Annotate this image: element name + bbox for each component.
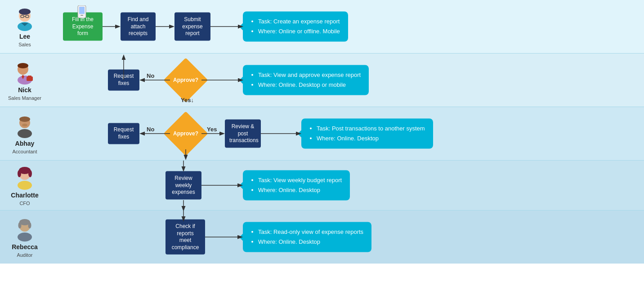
lee-role: Sales bbox=[18, 42, 31, 47]
swimlane-rebecca: Rebecca Auditor Check if reports meet co… bbox=[0, 210, 644, 264]
rebecca-callout: Task: Read-only view of expense reports … bbox=[243, 222, 371, 252]
rebecca-where: Where: Online. Desktop bbox=[258, 237, 363, 246]
abhay-name: Abhay bbox=[15, 140, 35, 147]
abhay-role: Accountant bbox=[12, 149, 37, 154]
svg-point-37 bbox=[18, 233, 32, 242]
svg-point-24 bbox=[22, 124, 27, 126]
lee-attach-box[interactable]: Find and attach receipts bbox=[121, 13, 156, 41]
rebecca-avatar bbox=[12, 216, 37, 242]
svg-rect-7 bbox=[79, 7, 85, 14]
charlotte-flow: Review weekly expenses Task: View weekly… bbox=[49, 161, 644, 210]
abhay-task: Task: Post transactions to another syste… bbox=[317, 124, 425, 133]
lee-callout: Task: Create an expense report Where: On… bbox=[243, 12, 348, 42]
actor-rebecca: Rebecca Auditor bbox=[0, 213, 49, 261]
svg-rect-13 bbox=[27, 76, 33, 81]
svg-rect-8 bbox=[80, 15, 83, 16]
abhay-request-box[interactable]: Request fixes bbox=[108, 123, 139, 144]
nick-yes-label: Yes↓ bbox=[181, 97, 194, 103]
rebecca-task: Task: Read-only view of expense reports bbox=[258, 228, 363, 237]
swimlane-lee: Lee Sales Fill in the Expense form Find … bbox=[0, 0, 644, 54]
lee-where: Where: Online or offline. Mobile bbox=[258, 27, 340, 36]
svg-point-32 bbox=[18, 170, 21, 177]
charlotte-task: Task: View weekly budget report bbox=[258, 176, 342, 185]
nick-role: Sales Manager bbox=[8, 95, 41, 101]
abhay-decision: Approve? bbox=[170, 118, 201, 149]
nick-avatar bbox=[12, 59, 37, 85]
phone-icon bbox=[76, 5, 87, 20]
actor-abhay: Abhay Accountant bbox=[0, 109, 49, 158]
svg-point-2 bbox=[19, 9, 31, 15]
rebecca-check-box[interactable]: Check if reports meet compliance bbox=[165, 219, 205, 255]
rebecca-flow: Check if reports meet compliance Task: R… bbox=[49, 210, 644, 264]
charlotte-review-box[interactable]: Review weekly expenses bbox=[165, 171, 201, 200]
svg-point-21 bbox=[18, 129, 32, 138]
diagram: Lee Sales Fill in the Expense form Find … bbox=[0, 0, 644, 264]
abhay-flow: Request fixes No Approve? Yes Review & p… bbox=[49, 107, 644, 160]
abhay-avatar bbox=[12, 113, 37, 138]
nick-task: Task: View and approve expense report bbox=[258, 71, 361, 80]
charlotte-callout: Task: View weekly budget report Where: O… bbox=[243, 170, 350, 201]
svg-rect-14 bbox=[28, 76, 31, 77]
nick-callout: Task: View and approve expense report Wh… bbox=[243, 65, 369, 95]
nick-no-label: No bbox=[147, 72, 154, 79]
lee-task: Task: Create an expense report bbox=[258, 17, 340, 26]
actor-lee: Lee Sales bbox=[0, 2, 49, 51]
abhay-callout: Task: Post transactions to another syste… bbox=[301, 119, 433, 149]
nick-request-box[interactable]: Request fixes bbox=[108, 69, 139, 90]
abhay-yes-label: Yes bbox=[207, 126, 217, 133]
charlotte-name: Charlotte bbox=[11, 192, 38, 199]
abhay-where: Where: Online. Desktop bbox=[317, 134, 425, 143]
swimlane-nick: Nick Sales Manager Request fixes No Appr… bbox=[0, 54, 644, 107]
svg-point-41 bbox=[28, 222, 31, 228]
charlotte-avatar bbox=[12, 165, 37, 190]
nick-decision: Approve? bbox=[170, 64, 201, 96]
charlotte-role: CFO bbox=[19, 201, 30, 206]
svg-point-40 bbox=[18, 222, 22, 228]
actor-charlotte: Charlotte CFO bbox=[0, 161, 49, 210]
svg-point-29 bbox=[18, 181, 32, 190]
lee-avatar bbox=[12, 6, 37, 31]
charlotte-where: Where: Online. Desktop bbox=[258, 185, 342, 194]
actor-nick: Nick Sales Manager bbox=[0, 56, 49, 104]
svg-point-16 bbox=[18, 63, 28, 68]
nick-name: Nick bbox=[18, 86, 31, 94]
lee-name: Lee bbox=[19, 33, 30, 40]
abhay-review-box[interactable]: Review & post transactions bbox=[225, 120, 261, 148]
abhay-no-label: No bbox=[147, 126, 154, 133]
rebecca-role: Auditor bbox=[17, 252, 33, 258]
lee-flow: Fill in the Expense form Find and attach… bbox=[49, 0, 644, 53]
nick-where: Where: Online. Desktop or mobile bbox=[258, 80, 361, 89]
swimlane-charlotte: Charlotte CFO Review weekly expenses Tas… bbox=[0, 161, 644, 210]
lee-submit-box[interactable]: Submit expense report bbox=[174, 13, 210, 41]
svg-point-23 bbox=[19, 116, 30, 122]
svg-point-33 bbox=[28, 170, 32, 177]
rebecca-name: Rebecca bbox=[12, 243, 38, 251]
nick-flow: Request fixes No Approve? Yes↓ Task: Vie… bbox=[49, 54, 644, 107]
swimlane-abhay: Abhay Accountant Request fixes No Approv… bbox=[0, 107, 644, 161]
